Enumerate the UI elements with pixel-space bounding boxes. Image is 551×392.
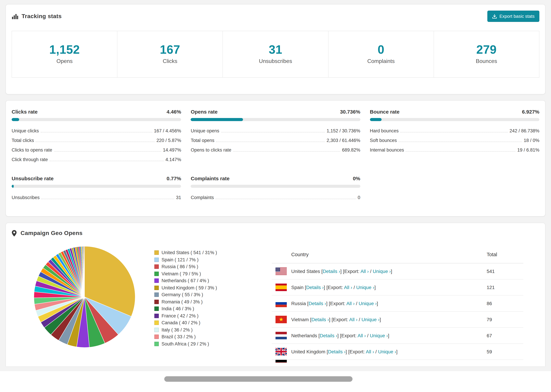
rate-value: 6.927% (522, 109, 539, 115)
legend-item-netherlands: Netherlands ( 67 / 4% ) (154, 277, 217, 284)
flag-nl-icon (276, 332, 287, 339)
export-all-link[interactable]: All › (360, 269, 369, 274)
legend-label: United States ( 541 / 31% ) (162, 250, 217, 255)
metric-label: Complaints (191, 195, 214, 201)
country-text: Netherlands [Details ›] [Export: All › /… (291, 333, 389, 338)
metric-label: Click through rate (12, 157, 48, 163)
legend-label: Spain ( 121 / 7% ) (162, 257, 198, 262)
country-cell: Netherlands [Details ›] [Export: All › /… (272, 332, 487, 339)
dotted-leader (221, 132, 325, 133)
metric-row: Hard bounces242 / 86.738% (370, 124, 539, 134)
details-link[interactable]: Details › (309, 301, 326, 306)
export-unique-link[interactable]: Unique › (359, 301, 377, 306)
rate-rows: Unique clicks167 / 4.456%Total clicks220… (12, 124, 181, 163)
metric-row: Internal bounces19 / 6.81% (370, 143, 539, 153)
stat-label: Complaints (328, 58, 433, 64)
geo-row-partial (272, 360, 523, 363)
metric-value: 14.497% (163, 147, 181, 153)
export-all-link[interactable]: All › (346, 301, 354, 306)
rate-title: Bounce rate (370, 109, 399, 115)
metric-value: 31 (176, 195, 181, 201)
country-text: Spain [Details ›] [Export: All › / Uniqu… (291, 285, 376, 290)
rate-value: 0% (353, 176, 360, 182)
legend-label: France ( 42 / 2% ) (162, 313, 198, 318)
export-all-link[interactable]: All › (344, 285, 352, 290)
legend-item-south-africa: South Africa ( 29 / 2% ) (154, 340, 217, 347)
legend-swatch-icon (154, 279, 159, 283)
geo-table-header: Country Total (272, 242, 523, 264)
rate-block-complaints-rate: Complaints rate0%Complaints0 (191, 176, 360, 201)
legend-label: Netherlands ( 67 / 4% ) (162, 278, 209, 283)
legend-swatch-icon (154, 264, 159, 269)
rate-head: Opens rate30.736% (191, 109, 360, 115)
legend-item-india: India ( 46 / 3% ) (154, 305, 217, 312)
column-header-total: Total (487, 252, 523, 257)
export-unique-link[interactable]: Unique › (356, 285, 374, 290)
export-download-icon (492, 14, 497, 19)
rate-head: Unsubscribe rate0.77% (12, 176, 181, 182)
details-link[interactable]: Details › (311, 317, 329, 322)
export-all-link[interactable]: All › (358, 333, 366, 338)
export-all-link[interactable]: All › (366, 349, 374, 355)
legend-label: Germany ( 55 / 3% ) (162, 292, 203, 297)
details-link[interactable]: Details › (323, 269, 340, 274)
dotted-leader (233, 151, 340, 152)
dotted-leader (216, 199, 356, 199)
metric-value: 242 / 86.738% (509, 128, 539, 134)
progress-bar-track (370, 118, 539, 121)
stat-label: Opens (12, 58, 117, 64)
export-basic-stats-button[interactable]: Export basic stats (487, 11, 539, 22)
metric-value: 4.147% (165, 157, 181, 163)
export-unique-link[interactable]: Unique › (361, 317, 380, 322)
map-pin-icon (12, 230, 17, 237)
export-unique-link[interactable]: Unique › (373, 269, 391, 274)
export-button-label: Export basic stats (500, 14, 535, 19)
export-all-link[interactable]: All › (349, 317, 357, 322)
geo-row-russia: Russia [Details ›] [Export: All › / Uniq… (272, 296, 523, 312)
export-unique-link[interactable]: Unique › (378, 349, 396, 355)
metric-label: Clicks to opens rate (12, 147, 52, 153)
metric-row: Unsubscribes31 (12, 191, 181, 201)
legend-item-united-states: United States ( 541 / 31% ) (154, 249, 217, 256)
progress-bar-track (191, 185, 360, 188)
details-link[interactable]: Details › (306, 285, 324, 290)
rate-value: 0.77% (167, 176, 181, 182)
metric-value: 18 / 0% (524, 138, 539, 143)
horizontal-scrollbar-thumb[interactable] (164, 376, 353, 382)
legend-swatch-icon (154, 286, 159, 290)
rate-value: 4.46% (167, 109, 181, 115)
tracking-stats-header: Tracking stats Export basic stats (6, 4, 545, 22)
metric-row: Complaints0 (191, 191, 360, 201)
bar-chart-icon (12, 13, 18, 20)
metric-row: Opens to clicks rate689.82% (191, 143, 360, 153)
geo-opens-title: Campaign Geo Opens (21, 230, 83, 237)
total-cell: 67 (487, 333, 523, 338)
details-link[interactable]: Details › (328, 349, 346, 355)
geo-table-rows: United States [Details ›] [Export: All ›… (272, 264, 523, 363)
flag-gb-icon (276, 348, 287, 356)
details-link[interactable]: Details › (320, 333, 338, 338)
legend-item-canada: Canada ( 40 / 2% ) (154, 319, 217, 326)
stat-value: 31 (223, 43, 328, 57)
stat-box-clicks: 167Clicks (117, 31, 223, 77)
metric-label: Unsubscribes (12, 195, 40, 201)
legend-swatch-icon (154, 314, 159, 318)
progress-bar-track (191, 118, 360, 121)
stat-value: 279 (434, 43, 539, 57)
dotted-leader (42, 199, 174, 199)
stat-label: Unsubscribes (223, 58, 328, 64)
rate-block-unsubscribe-rate: Unsubscribe rate0.77%Unsubscribes31 (12, 176, 181, 201)
progress-bar-track (12, 118, 181, 121)
geo-row-netherlands: Netherlands [Details ›] [Export: All › /… (272, 328, 523, 344)
export-unique-link[interactable]: Unique › (370, 333, 388, 338)
rate-block-opens-rate: Opens rate30.736%Unique opens1,152 / 30.… (191, 109, 360, 163)
dotted-leader (36, 142, 155, 142)
progress-bar-track (12, 185, 181, 188)
column-header-country: Country (272, 252, 487, 257)
page-title: Tracking stats (21, 13, 62, 20)
country-text: Russia [Details ›] [Export: All › / Uniq… (291, 301, 378, 306)
rate-rows: Unique opens1,152 / 30.736%Total opens2,… (191, 124, 360, 153)
rate-rows: Hard bounces242 / 86.738%Soft bounces18 … (370, 124, 539, 153)
flag-de-icon (276, 360, 287, 363)
geo-row-spain: Spain [Details ›] [Export: All › / Uniqu… (272, 280, 523, 296)
